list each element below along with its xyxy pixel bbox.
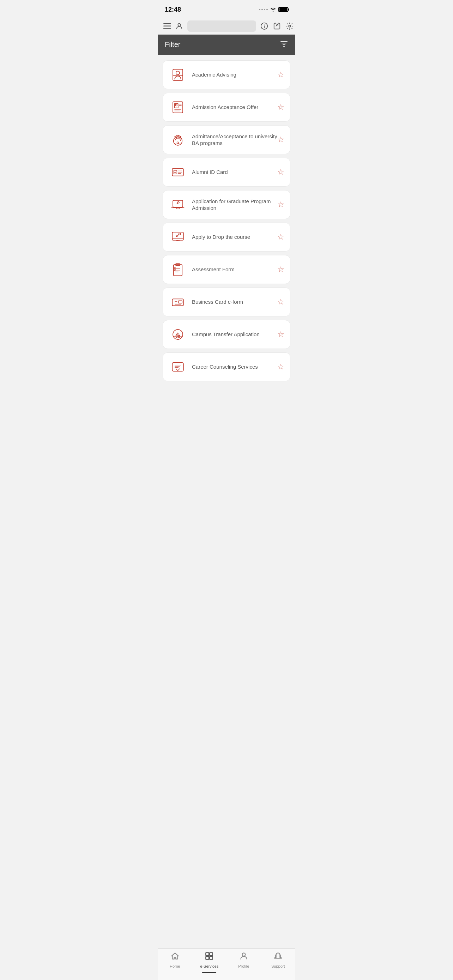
service-name: Admittance/Acceptance to university BA p… [192, 133, 277, 147]
svg-rect-58 [206, 956, 209, 959]
service-icon-businesscard [168, 293, 187, 311]
battery-icon [278, 7, 288, 12]
support-nav-icon [273, 951, 283, 963]
nav-item-support[interactable]: Support [265, 951, 290, 973]
service-item[interactable]: Business Card e-form ☆ [163, 288, 290, 317]
wifi-icon [270, 7, 276, 12]
svg-rect-52 [172, 363, 183, 371]
svg-rect-44 [178, 301, 183, 303]
svg-rect-57 [210, 953, 213, 956]
service-item[interactable]: Application for Graduate Program Admissi… [163, 190, 290, 219]
service-item[interactable]: Campus Transfer Application ☆ [163, 320, 290, 349]
service-name: Apply to Drop the course [192, 234, 277, 240]
signal-dots-icon [259, 9, 268, 10]
nav-label-profile: Profile [238, 964, 249, 968]
status-icons [259, 7, 288, 12]
service-icon-counseling [168, 358, 187, 376]
settings-icon[interactable] [286, 22, 294, 30]
service-icon-laptop [168, 196, 187, 214]
bottom-nav: Home e-Services Profile [158, 948, 295, 980]
info-icon[interactable] [261, 22, 268, 30]
search-input[interactable] [188, 21, 256, 32]
service-item[interactable]: Academic Advising ☆ [163, 60, 290, 89]
filter-label: Filter [165, 41, 180, 49]
menu-icon[interactable] [163, 21, 171, 32]
svg-rect-56 [206, 953, 209, 956]
service-name: Admission Acceptance Offer [192, 104, 277, 111]
service-icon-campus [168, 325, 187, 344]
svg-point-6 [264, 24, 265, 25]
service-icon-idcard: A [168, 163, 187, 181]
nav-label-support: Support [271, 964, 285, 968]
star-icon[interactable]: ☆ [277, 135, 285, 144]
svg-point-13 [175, 104, 177, 106]
nav-label-home: Home [170, 964, 180, 968]
nav-item-profile[interactable]: Profile [231, 951, 256, 973]
nav-underline [202, 972, 216, 973]
profile-icon[interactable] [175, 21, 183, 32]
service-name: Application for Graduate Program Admissi… [192, 198, 277, 212]
svg-point-9 [176, 71, 180, 75]
status-time: 12:48 [165, 6, 181, 13]
service-icon-monitor [168, 228, 187, 246]
service-icon-clipboard [168, 260, 187, 279]
nav-item-eservices[interactable]: e-Services [197, 951, 222, 973]
service-name: Business Card e-form [192, 298, 277, 305]
svg-rect-41 [172, 299, 183, 305]
star-icon[interactable]: ☆ [277, 330, 285, 339]
service-item[interactable]: Admittance/Acceptance to university BA p… [163, 125, 290, 154]
star-icon[interactable]: ☆ [277, 265, 285, 274]
home-nav-icon [170, 951, 180, 963]
star-icon[interactable]: ☆ [277, 70, 285, 80]
service-icon-advising [168, 65, 187, 84]
services-list: Academic Advising ☆ Admission Acceptance… [158, 55, 295, 413]
toolbar-right-icons [261, 22, 295, 30]
svg-point-60 [242, 953, 245, 956]
service-item[interactable]: Apply to Drop the course ☆ [163, 223, 290, 251]
svg-rect-39 [174, 267, 176, 269]
filter-icon[interactable] [280, 40, 288, 50]
svg-point-7 [289, 25, 291, 27]
service-icon-graduation [168, 130, 187, 149]
service-name: Career Counseling Services [192, 363, 277, 371]
star-icon[interactable]: ☆ [277, 362, 285, 371]
svg-rect-1 [163, 26, 171, 27]
profile-nav-icon [239, 951, 248, 963]
nav-label-eservices: e-Services [200, 964, 218, 968]
svg-point-19 [177, 142, 178, 143]
star-icon[interactable]: ☆ [277, 200, 285, 209]
svg-point-46 [173, 329, 183, 339]
svg-point-3 [178, 24, 180, 26]
service-name: Alumni ID Card [192, 169, 277, 176]
nav-item-home[interactable]: Home [163, 951, 188, 973]
svg-text:A: A [174, 171, 176, 173]
svg-rect-49 [177, 334, 179, 335]
toolbar [158, 18, 295, 35]
svg-rect-29 [172, 232, 183, 240]
service-item[interactable]: Admission Acceptance Offer ☆ [163, 93, 290, 122]
star-icon[interactable]: ☆ [277, 298, 285, 307]
status-bar: 12:48 [158, 0, 295, 18]
service-icon-admission [168, 98, 187, 116]
star-icon[interactable]: ☆ [277, 103, 285, 112]
svg-rect-59 [210, 956, 213, 959]
eservices-nav-icon [205, 951, 214, 963]
svg-rect-0 [163, 23, 171, 24]
svg-rect-2 [163, 28, 171, 29]
service-item[interactable]: Career Counseling Services ☆ [163, 352, 290, 381]
service-item[interactable]: Assessment Form ☆ [163, 255, 290, 284]
service-name: Academic Advising [192, 71, 277, 78]
service-item[interactable]: A Alumni ID Card ☆ [163, 158, 290, 187]
share-icon[interactable] [273, 22, 281, 30]
service-name: Assessment Form [192, 266, 277, 273]
star-icon[interactable]: ☆ [277, 167, 285, 177]
svg-rect-40 [174, 269, 176, 270]
star-icon[interactable]: ☆ [277, 232, 285, 242]
service-name: Campus Transfer Application [192, 331, 277, 338]
filter-bar[interactable]: Filter [158, 35, 295, 55]
